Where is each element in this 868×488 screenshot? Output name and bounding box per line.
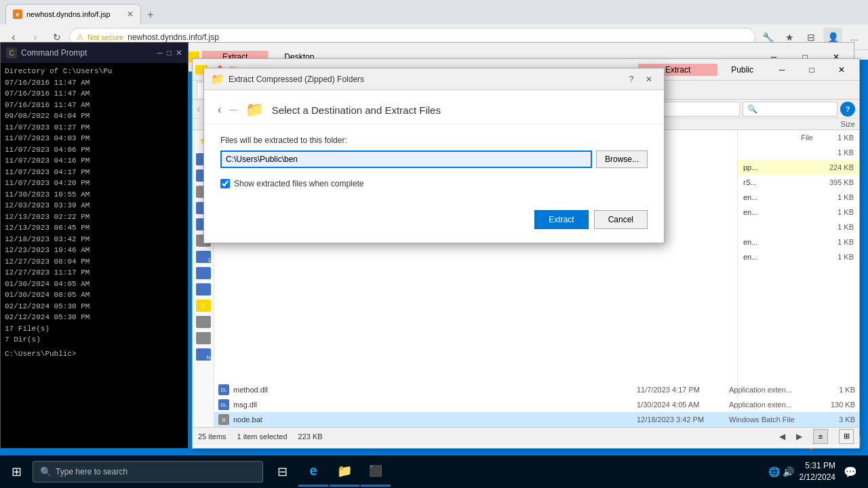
extract-dialog: 📁 Extract Compressed (Zipped) Folders ? … <box>203 68 665 243</box>
file-size-1: 1 KB <box>820 134 854 142</box>
view-grid-btn[interactable]: ⊞ <box>839 429 854 444</box>
dialog-question-btn[interactable]: ? <box>623 71 639 87</box>
cmd-line-13: 12/13/2023 02:22 PM <box>5 211 184 223</box>
edge-icon: e <box>309 463 317 479</box>
dialog-checkbox-label[interactable]: Show extracted files when complete <box>234 179 363 188</box>
file-item-method[interactable]: DL method.dll 11/7/2023 4:17 PM Applicat… <box>214 382 859 397</box>
start-button[interactable]: ⊞ <box>0 455 33 488</box>
network-icon: 🌐 <box>768 466 780 477</box>
tab-close-btn[interactable]: ✕ <box>127 9 134 19</box>
sidebar-video-1[interactable] <box>196 316 211 328</box>
taskview-btn[interactable]: ⊟ <box>267 457 297 487</box>
help-btn[interactable]: ? <box>840 102 855 117</box>
search-box-icon: 🔍 <box>747 104 757 114</box>
sidebar-folder-5[interactable]: N <box>196 348 211 361</box>
cmd-line-15: 12/18/2023 03:42 PM <box>5 234 184 245</box>
file-date-msg: 1/30/2024 4:05 AM <box>637 401 725 409</box>
cmd-line-19: 01/30/2024 04:05 AM <box>5 279 184 290</box>
file-item-msg[interactable]: DL msg.dll 1/30/2024 4:05 AM Application… <box>214 397 859 412</box>
explorer-close[interactable]: ✕ <box>827 59 856 81</box>
new-tab-btn[interactable]: + <box>141 5 160 24</box>
address-text: newhost.dyndns.info/f.jsp <box>127 33 219 42</box>
cmd-line-18: 12/27/2023 11:17 PM <box>5 267 184 279</box>
file-name-9: en... <box>743 253 757 261</box>
cmd-maximize[interactable]: □ <box>167 48 172 58</box>
file-name-msg: msg.dll <box>233 401 633 409</box>
file-entry-6[interactable]: en... 1 KB <box>738 205 859 220</box>
sidebar-grid-1[interactable] <box>196 332 211 344</box>
cmd-line-12: 12/03/2023 03:39 AM <box>5 200 184 211</box>
cmd-line-16: 12/23/2023 10:46 AM <box>5 245 184 256</box>
file-entry-9[interactable]: en... 1 KB <box>738 249 859 264</box>
edge-taskbar-btn[interactable]: e <box>298 457 328 487</box>
file-name-method: method.dll <box>233 386 633 394</box>
cancel-btn[interactable]: Cancel <box>594 210 648 229</box>
file-date-method: 11/7/2023 4:17 PM <box>637 386 725 394</box>
extract-btn[interactable]: Extract <box>534 210 588 229</box>
cmd-line-4: 09/08/2022 04:04 PM <box>5 110 184 122</box>
scroll-right-btn[interactable]: ▶ <box>796 432 802 441</box>
cmd-icon: C <box>6 47 17 58</box>
browser-tab-active[interactable]: e newhost.dyndns.info/f.jsp ✕ <box>5 4 141 24</box>
view-details-btn[interactable]: ≡ <box>813 429 828 444</box>
nav-back[interactable]: ‹ <box>197 103 200 115</box>
file-entry-7[interactable]: 1 KB <box>738 220 859 235</box>
dialog-checkbox[interactable] <box>220 179 230 188</box>
sidebar-folder-4[interactable] <box>196 267 211 279</box>
file-entry-8[interactable]: en... 1 KB <box>738 235 859 249</box>
tab-favicon: e <box>13 9 22 19</box>
file-size-msg: 130 KB <box>821 401 855 409</box>
dialog-browse-btn[interactable]: Browse... <box>596 150 648 168</box>
taskbar-items: ⊟ e 📁 ⬛ <box>267 457 391 487</box>
cmd-minimize[interactable]: ─ <box>157 48 163 58</box>
file-date-node: 12/18/2023 3:42 PM <box>637 415 725 424</box>
cmd-line-3: 07/16/2016 11:47 AM <box>5 100 184 111</box>
explorer-maximize[interactable]: □ <box>797 59 827 81</box>
cmd-title: Command Prompt <box>21 48 153 58</box>
sidebar-music-1[interactable]: ♪ <box>196 300 211 312</box>
cmd-line-11: 11/30/2023 10:55 AM <box>5 189 184 201</box>
cmd-close[interactable]: ✕ <box>176 48 182 58</box>
dialog-buttons: Extract Cancel <box>220 210 648 229</box>
dll-icon-1: DL <box>218 384 229 395</box>
cmd-line-1: 07/16/2016 11:47 AM <box>5 77 184 89</box>
explorer-title-right: Extract Public ─ □ ✕ <box>638 59 856 81</box>
dialog-titlebar: 📁 Extract Compressed (Zipped) Folders ? … <box>204 68 664 90</box>
dialog-close-btn[interactable]: ✕ <box>641 71 657 87</box>
dialog-nav-dash: ─ <box>229 104 237 116</box>
explorer-minimize[interactable]: ─ <box>767 59 797 81</box>
taskbar-search-icon: 🔍 <box>40 466 52 477</box>
cmd-line-7: 11/07/2023 04:06 PM <box>5 144 184 156</box>
scroll-left-btn[interactable]: ◀ <box>779 432 785 441</box>
file-entry-5[interactable]: en... 1 KB <box>738 190 859 205</box>
search-input-box[interactable]: 🔍 <box>743 102 837 117</box>
file-size-6: 1 KB <box>837 208 854 216</box>
system-icons[interactable]: 🌐 🔊 <box>768 466 794 477</box>
dialog-label: Files will be extracted to this folder: <box>220 136 648 145</box>
taskbar-right: 🌐 🔊 5:31 PM 2/12/2024 💬 <box>760 455 868 488</box>
sidebar-folder-3[interactable]: 1 <box>196 251 211 263</box>
dialog-content: Files will be extracted to this folder: … <box>204 125 664 243</box>
file-entry-1[interactable]: File 1 KB <box>738 130 859 145</box>
notification-btn[interactable]: 💬 <box>841 462 860 481</box>
sidebar-down-3[interactable] <box>196 283 211 296</box>
search-bar-taskbar[interactable]: 🔍 Type here to search <box>33 461 263 483</box>
file-size-2: 1 KB <box>820 148 854 157</box>
file-entry-2[interactable]: 1 KB <box>738 145 859 160</box>
file-item-node[interactable]: B node.bat 12/18/2023 3:42 PM Windows Ba… <box>214 412 859 427</box>
not-secure-icon: ⚠ <box>77 33 83 41</box>
dialog-path-input[interactable] <box>220 150 592 168</box>
files-taskbar-btn[interactable]: 📁 <box>330 457 359 487</box>
file-size-5: 1 KB <box>837 193 854 201</box>
cmd-content: Directory of C:\Users\Pu 07/16/2016 11:4… <box>1 63 188 362</box>
dialog-header: ‹ ─ 📁 Select a Destination and Extract F… <box>204 90 664 125</box>
volume-icon: 🔊 <box>783 466 794 477</box>
cmd-line-20: 01/30/2024 08:05 AM <box>5 289 184 301</box>
dialog-nav-back[interactable]: ‹ <box>218 104 221 116</box>
clock-display[interactable]: 5:31 PM 2/12/2024 <box>800 460 835 483</box>
file-entry-3[interactable]: pp... 224 KB <box>738 160 859 175</box>
file-entry-4[interactable]: rS... 395 KB <box>738 175 859 190</box>
dialog-input-row: Browse... <box>220 150 648 168</box>
terminal-taskbar-btn[interactable]: ⬛ <box>361 457 391 487</box>
file-size-3: 224 KB <box>829 163 854 171</box>
